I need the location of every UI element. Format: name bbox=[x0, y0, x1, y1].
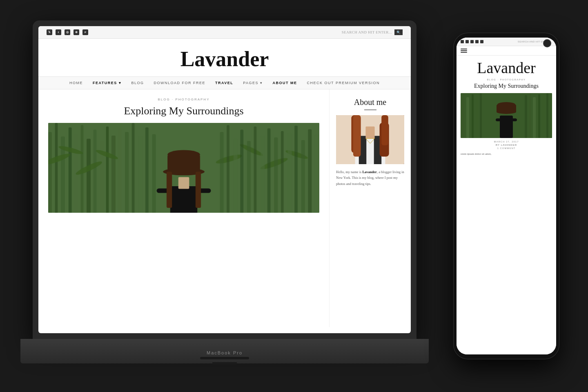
laptop-notch bbox=[212, 362, 237, 365]
svg-rect-27 bbox=[227, 125, 229, 213]
svg-rect-10 bbox=[106, 127, 109, 213]
svg-point-81 bbox=[497, 102, 515, 107]
svg-rect-25 bbox=[152, 134, 156, 213]
svg-rect-39 bbox=[308, 129, 312, 213]
svg-rect-22 bbox=[132, 123, 135, 213]
phone-body: SEARCH AND HIT ENTER... Lavander bbox=[453, 33, 559, 359]
phone-post-category: BLOG · PHOTOGRAPHY bbox=[461, 78, 552, 81]
nav-features[interactable]: FEATURES ▾ bbox=[93, 81, 121, 85]
nav-download[interactable]: DOWNLOAD FOR FREE bbox=[154, 81, 205, 85]
phone-website: SEARCH AND HIT ENTER... Lavander bbox=[457, 38, 556, 354]
svg-rect-72 bbox=[538, 94, 540, 138]
svg-rect-69 bbox=[525, 95, 527, 138]
svg-rect-77 bbox=[496, 118, 503, 121]
phone-dribbble-icon[interactable] bbox=[470, 40, 474, 43]
phone-post-date: MARCH 27, 2017 bbox=[461, 140, 552, 143]
svg-rect-21 bbox=[125, 132, 129, 213]
post-featured-image bbox=[48, 123, 319, 213]
svg-rect-71 bbox=[533, 97, 536, 138]
svg-rect-29 bbox=[240, 130, 243, 213]
phone-post-excerpt: orem ipsum dolor sit amet, bbox=[461, 152, 552, 156]
svg-rect-26 bbox=[220, 132, 224, 213]
phone-twitter-icon[interactable] bbox=[461, 40, 464, 43]
svg-rect-2 bbox=[55, 123, 58, 213]
phone-topbar: SEARCH AND HIT ENTER... bbox=[457, 38, 556, 46]
svg-rect-44 bbox=[178, 177, 189, 189]
svg-rect-68 bbox=[480, 93, 482, 138]
svg-rect-34 bbox=[274, 138, 278, 213]
twitter-icon[interactable]: 𝕏 bbox=[47, 29, 52, 35]
svg-rect-37 bbox=[294, 126, 298, 213]
macbook-label: MacBook Pro bbox=[207, 350, 243, 355]
scene: 𝕏 f ◎ ⊕ P SEARCH AND HIT ENTER... 🔍 bbox=[20, 12, 568, 380]
about-divider bbox=[364, 109, 376, 110]
svg-rect-49 bbox=[196, 172, 201, 208]
svg-rect-1 bbox=[48, 132, 52, 213]
laptop-device: 𝕏 f ◎ ⊕ P SEARCH AND HIT ENTER... 🔍 bbox=[20, 12, 429, 363]
svg-rect-24 bbox=[145, 127, 149, 213]
site-logo[interactable]: Lavander bbox=[47, 49, 403, 70]
laptop-website: 𝕏 f ◎ ⊕ P SEARCH AND HIT ENTER... 🔍 bbox=[38, 26, 411, 333]
phone-facebook-icon[interactable] bbox=[466, 40, 469, 43]
hamburger-icon bbox=[461, 49, 467, 53]
phone-hamburger-menu[interactable] bbox=[457, 46, 556, 56]
about-text: Hello, my name is Lavander, a blogger li… bbox=[336, 169, 404, 187]
svg-rect-73 bbox=[542, 96, 545, 138]
site-content: BLOG · PHOTOGRAPHY Exploring My Surround… bbox=[38, 89, 411, 327]
nav-pages[interactable]: PAGES ▾ bbox=[243, 81, 263, 85]
nav-blog[interactable]: BLOG bbox=[131, 81, 144, 85]
svg-rect-41 bbox=[170, 186, 197, 213]
phone-logo[interactable]: Lavander bbox=[457, 56, 556, 78]
svg-rect-56 bbox=[353, 115, 361, 157]
svg-rect-12 bbox=[118, 128, 122, 213]
phone-post-title: Exploring My Surroundings bbox=[461, 82, 552, 90]
nav-travel[interactable]: TRAVEL bbox=[215, 81, 233, 85]
svg-rect-70 bbox=[529, 93, 531, 138]
laptop-base: MacBook Pro bbox=[20, 339, 429, 363]
nav-about[interactable]: ABOUT ME bbox=[273, 81, 297, 85]
svg-rect-47 bbox=[167, 155, 200, 173]
search-area: SEARCH AND HIT ENTER... 🔍 bbox=[342, 29, 403, 35]
phone-post-meta: MARCH 27, 2017 BY LAVANDER 1 COMMENT bbox=[461, 140, 552, 149]
about-sidebar: About me bbox=[329, 89, 411, 327]
ham-line-2 bbox=[461, 50, 467, 51]
phone-post-image bbox=[461, 93, 552, 138]
about-photo bbox=[336, 115, 404, 164]
svg-rect-67 bbox=[476, 96, 478, 138]
facebook-icon[interactable]: f bbox=[56, 29, 61, 35]
svg-rect-36 bbox=[288, 133, 292, 213]
post-title: Exploring My Surroundings bbox=[48, 105, 319, 117]
svg-rect-33 bbox=[267, 128, 271, 213]
phone-post-author: BY LAVANDER bbox=[461, 144, 552, 146]
phone-flickr-icon[interactable] bbox=[475, 40, 479, 43]
nav-home[interactable]: HOME bbox=[69, 81, 83, 85]
phone-social-icons bbox=[461, 40, 483, 43]
svg-rect-64 bbox=[462, 93, 464, 138]
svg-rect-8 bbox=[94, 130, 97, 213]
phone-camera bbox=[543, 39, 551, 47]
phone-screen: SEARCH AND HIT ENTER... Lavander bbox=[457, 38, 556, 354]
svg-rect-30 bbox=[247, 141, 251, 213]
svg-rect-11 bbox=[111, 136, 116, 213]
phone-pinterest-icon[interactable] bbox=[480, 40, 483, 43]
search-placeholder: SEARCH AND HIT ENTER... bbox=[342, 30, 392, 34]
svg-rect-78 bbox=[510, 118, 517, 121]
svg-rect-74 bbox=[546, 93, 548, 138]
pinterest-icon[interactable]: P bbox=[82, 29, 88, 35]
dribbble-icon[interactable]: ◎ bbox=[65, 29, 70, 35]
phone-content: BLOG · PHOTOGRAPHY Exploring My Surround… bbox=[457, 78, 556, 354]
svg-rect-75 bbox=[550, 95, 552, 138]
laptop-screen: 𝕏 f ◎ ⊕ P SEARCH AND HIT ENTER... 🔍 bbox=[38, 26, 411, 333]
flickr-icon[interactable]: ⊕ bbox=[74, 29, 79, 35]
svg-rect-32 bbox=[261, 136, 265, 213]
svg-rect-35 bbox=[281, 131, 284, 213]
search-button[interactable]: 🔍 bbox=[394, 29, 403, 35]
nav-premium[interactable]: CHECK OUT PREMIUM VERSION bbox=[307, 81, 380, 85]
svg-rect-58 bbox=[381, 115, 388, 145]
ham-line-1 bbox=[461, 49, 467, 49]
phone-post-comments: 1 COMMENT bbox=[461, 147, 552, 149]
smartphone-device: SEARCH AND HIT ENTER... Lavander bbox=[453, 33, 559, 359]
blog-section: BLOG · PHOTOGRAPHY Exploring My Surround… bbox=[38, 89, 329, 327]
about-name-bold: Lavander bbox=[362, 170, 376, 174]
svg-rect-7 bbox=[87, 139, 91, 213]
